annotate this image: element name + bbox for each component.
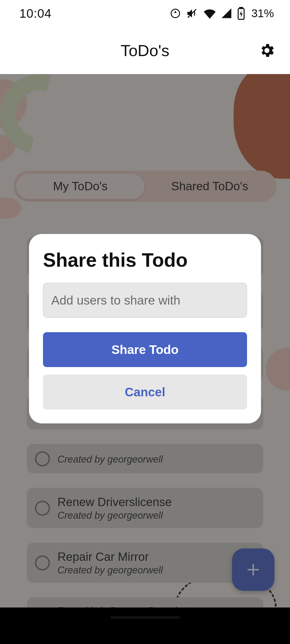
status-icons: 31% — [170, 7, 274, 20]
cancel-button[interactable]: Cancel — [43, 375, 247, 409]
share-users-input[interactable] — [43, 283, 247, 318]
status-time: 10:04 — [19, 6, 52, 21]
share-dialog: Share this Todo Share Todo Cancel — [29, 234, 261, 423]
gear-icon — [258, 42, 276, 59]
battery-icon — [237, 7, 245, 20]
svg-point-0 — [171, 9, 180, 18]
mute-icon — [186, 7, 198, 20]
app-header: ToDo's — [0, 27, 290, 74]
dialog-title: Share this Todo — [43, 249, 247, 271]
status-bar: 10:04 — [0, 0, 290, 27]
battery-text: 31% — [251, 7, 274, 20]
button-label: Share Todo — [111, 342, 179, 357]
wifi-icon — [203, 8, 216, 19]
page-title: ToDo's — [121, 41, 169, 60]
signal-icon — [221, 8, 232, 19]
nav-handle[interactable] — [110, 616, 180, 619]
settings-button[interactable] — [258, 42, 276, 59]
button-label: Cancel — [125, 385, 165, 399]
location-icon — [170, 8, 181, 19]
svg-rect-2 — [240, 7, 242, 9]
share-button[interactable]: Share Todo — [43, 332, 247, 367]
